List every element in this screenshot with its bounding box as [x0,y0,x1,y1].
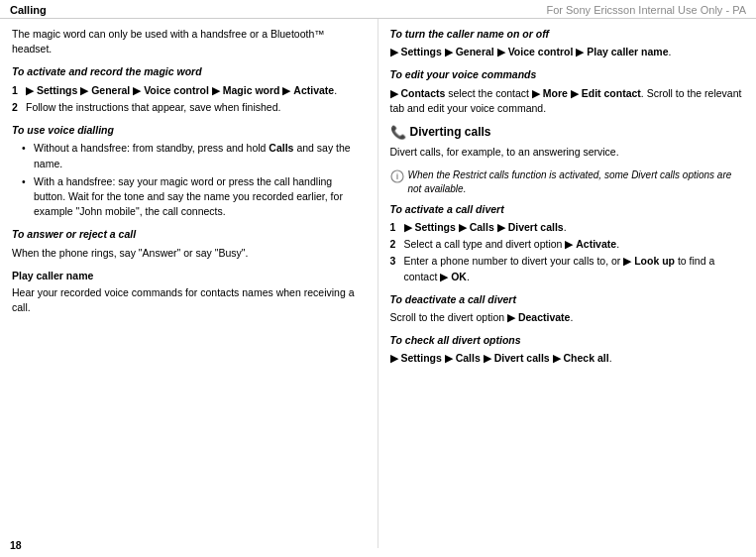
note-icon [390,169,404,187]
right-column: To turn the caller name on or off ▶ Sett… [378,19,757,548]
main-content: The magic word can only be used with a h… [0,19,756,548]
intro-body: The magic word can only be used with a h… [12,28,325,55]
calling-label: Calling [10,4,47,16]
section-check-divert: To check all divert options ▶ Settings ▶… [390,333,745,366]
header: Calling For Sony Ericsson Internal Use O… [0,0,756,19]
section-edit-voice: To edit your voice commands ▶ Contacts s… [390,67,745,116]
r-step-2: 2 Select a call type and divert option ▶… [390,237,745,252]
divert-icon: 📞 [390,124,406,143]
section3-body: When the phone rings, say "Answer" or sa… [12,246,366,261]
bullet-2-text: With a handsfree: say your magic word or… [34,174,366,220]
bullet-list-voice-dialling: • Without a handsfree: from standby, pre… [22,141,366,219]
section-answer-reject: To answer or reject a call When the phon… [12,227,366,260]
page-number: 18 [10,539,22,551]
step-2-text: Follow the instructions that appear, sav… [26,100,280,115]
bullet-2: • With a handsfree: say your magic word … [22,174,366,220]
section4-body: Hear your recorded voice commands for co… [12,285,366,315]
r-section5-body: Scroll to the divert option ▶ Deactivate… [390,310,745,325]
r-section1-title: To turn the caller name on or off [390,27,745,42]
r-section5-title: To deactivate a call divert [390,292,745,307]
note-text: When the Restrict calls function is acti… [408,168,745,196]
section-play-caller-name: Play caller name Hear your recorded voic… [12,269,366,316]
section-activate-divert: To activate a call divert 1 ▶ Settings ▶… [390,202,745,284]
section3-title: To answer or reject a call [12,227,366,242]
r-step-num-3: 3 [390,254,404,283]
r-step-3: 3 Enter a phone number to divert your ca… [390,254,745,283]
diverting-heading: 📞 Diverting calls [390,124,745,143]
diverting-calls-title: Diverting calls [410,124,491,141]
step-2: 2 Follow the instructions that appear, s… [12,100,366,115]
step-1-text: ▶ Settings ▶ General ▶ Voice control ▶ M… [26,83,337,98]
section1-title: To activate and record the magic word [12,64,366,79]
section-diverting-calls: 📞 Diverting calls Divert calls, for exam… [390,124,745,161]
r-section1-body: ▶ Settings ▶ General ▶ Voice control ▶ P… [390,45,745,59]
r-section6-title: To check all divert options [390,333,745,348]
r-step-num-2: 2 [390,237,404,252]
diverting-body: Divert calls, for example, to an answeri… [390,145,745,160]
r-step-2-text: Select a call type and divert option ▶ A… [404,237,620,252]
r-section4-title: To activate a call divert [390,202,745,217]
r-step-num-1: 1 [390,220,404,235]
step-num-2: 2 [12,100,26,115]
section2-title: To use voice dialling [12,123,366,138]
header-title: For Sony Ericsson Internal Use Only - PA [546,4,746,16]
bullet-dot-1: • [22,141,34,170]
r-step-1-text: ▶ Settings ▶ Calls ▶ Divert calls. [404,220,567,235]
section-activate-magic-word: To activate and record the magic word 1 … [12,64,366,115]
section-voice-dialling: To use voice dialling • Without a handsf… [12,123,366,219]
bullet-1-text: Without a handsfree: from standby, press… [34,141,366,170]
step-num-1: 1 [12,83,26,98]
bullet-dot-2: • [22,174,34,220]
section-caller-name-onoff: To turn the caller name on or off ▶ Sett… [390,27,745,59]
r-section6-body: ▶ Settings ▶ Calls ▶ Divert calls ▶ Chec… [390,351,745,366]
section-deactivate-divert: To deactivate a call divert Scroll to th… [390,292,745,325]
note-box: When the Restrict calls function is acti… [390,168,745,196]
intro-text: The magic word can only be used with a h… [12,27,366,56]
svg-point-2 [396,172,397,173]
r-step-3-text: Enter a phone number to divert your call… [404,254,745,283]
r-section2-title: To edit your voice commands [390,67,745,82]
left-column: The magic word can only be used with a h… [0,19,378,548]
step-1: 1 ▶ Settings ▶ General ▶ Voice control ▶… [12,83,366,98]
r-section2-body: ▶ Contacts select the contact ▶ More ▶ E… [390,86,745,116]
bullet-1: • Without a handsfree: from standby, pre… [22,141,366,170]
r-step-1: 1 ▶ Settings ▶ Calls ▶ Divert calls. [390,220,745,235]
section4-title: Play caller name [12,269,366,283]
